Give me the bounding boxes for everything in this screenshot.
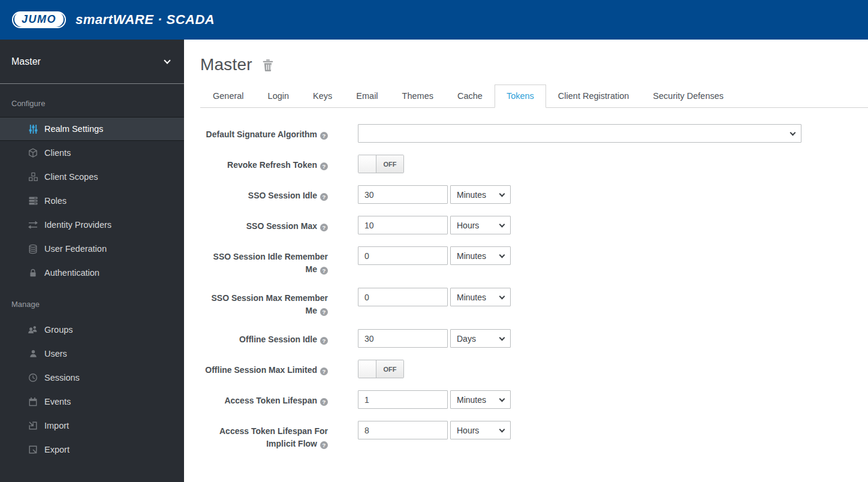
tab-login[interactable]: Login [256, 85, 301, 108]
access-token-lifespan-unit-select[interactable]: Minutes [450, 390, 511, 409]
form-row-sso-session-idle-remember-me: SSO Session Idle Remember Me?Minutes [200, 246, 868, 276]
sso-session-max-input[interactable] [358, 216, 448, 234]
tab-general[interactable]: General [201, 85, 256, 108]
chevron-down-icon [499, 426, 505, 432]
tab-themes[interactable]: Themes [390, 85, 445, 108]
page-title: Master [200, 55, 252, 74]
users-group-icon [27, 324, 39, 335]
access-token-lifespan-for-implicit-flow-unit-select[interactable]: Hours [450, 421, 511, 439]
field-control-access-token-lifespan-for-implicit-flow: Hours [358, 421, 511, 450]
sso-session-max-remember-me-unit-select[interactable]: Minutes [450, 288, 511, 306]
tab-client-registration[interactable]: Client Registration [546, 85, 641, 108]
sidebar-item-client-scopes[interactable]: Client Scopes [0, 165, 184, 189]
field-label-text: SSO Session Max Remember Me [211, 293, 328, 315]
field-label-offline-session-idle: Offline Session Idle? [200, 329, 328, 348]
help-icon[interactable]: ? [320, 367, 328, 375]
help-icon[interactable]: ? [320, 308, 328, 316]
field-control-access-token-lifespan: Minutes [358, 390, 511, 409]
sidebar-item-export[interactable]: Export [0, 438, 184, 462]
tab-security-defenses[interactable]: Security Defenses [641, 85, 736, 108]
select-value: Days [457, 334, 476, 344]
sidebar-item-clients[interactable]: Clients [0, 141, 184, 165]
field-label-text: SSO Session Idle Remember Me [213, 252, 328, 274]
cube-icon [27, 147, 39, 158]
default-signature-algorithm-select[interactable] [358, 124, 801, 143]
help-icon[interactable]: ? [320, 441, 328, 449]
revoke-refresh-token-toggle[interactable]: OFF [358, 155, 404, 173]
database-icon [27, 243, 39, 254]
chevron-down-icon [499, 293, 505, 299]
field-label-sso-session-max: SSO Session Max? [200, 216, 328, 234]
field-control-sso-session-idle-remember-me: Minutes [358, 246, 511, 276]
offline-session-idle-input[interactable] [358, 329, 448, 348]
access-token-lifespan-for-implicit-flow-input[interactable] [358, 421, 448, 439]
trash-icon [262, 59, 274, 71]
sidebar-item-label: Realm Settings [44, 124, 103, 134]
help-icon[interactable]: ? [320, 267, 328, 275]
realm-selector-label: Master [11, 56, 41, 67]
sso-session-idle-unit-select[interactable]: Minutes [450, 185, 511, 204]
sliders-icon [27, 123, 39, 134]
sidebar-item-import[interactable]: Import [0, 414, 184, 438]
sso-session-max-remember-me-input[interactable] [358, 288, 448, 306]
sidebar-item-users[interactable]: Users [0, 342, 184, 366]
sidebar-item-groups[interactable]: Groups [0, 318, 184, 342]
help-icon[interactable]: ? [320, 398, 328, 406]
sso-session-max-unit-select[interactable]: Hours [450, 216, 511, 234]
sidebar-item-identity-providers[interactable]: Identity Providers [0, 213, 184, 237]
help-icon[interactable]: ? [320, 162, 328, 170]
field-label-text: SSO Session Max [246, 221, 317, 231]
exchange-arrows-icon [27, 219, 39, 230]
sso-session-idle-remember-me-input[interactable] [358, 246, 448, 265]
toggle-state-label: OFF [376, 155, 403, 173]
offline-session-max-limited-toggle[interactable]: OFF [358, 360, 404, 378]
sso-session-idle-input[interactable] [358, 185, 448, 204]
chevron-down-icon [790, 129, 796, 135]
sidebar-item-label: Clients [44, 148, 71, 158]
access-token-lifespan-input[interactable] [358, 390, 448, 409]
chevron-down-icon [499, 396, 505, 402]
sidebar-item-label: Events [44, 397, 71, 406]
sidebar-item-user-federation[interactable]: User Federation [0, 237, 184, 261]
sidebar-section-label: Configure [0, 99, 184, 108]
select-value: Minutes [457, 395, 486, 405]
form-row-offline-session-max-limited: Offline Session Max Limited?OFF [200, 360, 868, 378]
offline-session-idle-unit-select[interactable]: Days [450, 329, 511, 348]
sidebar-item-label: Sessions [44, 373, 80, 382]
sidebar-item-sessions[interactable]: Sessions [0, 366, 184, 390]
help-icon[interactable]: ? [320, 224, 328, 231]
tab-email[interactable]: Email [344, 85, 390, 108]
sidebar-section-configure: ConfigureRealm SettingsClientsClient Sco… [0, 99, 184, 285]
sidebar-item-label: Import [44, 421, 69, 430]
sidebar-section-label: Manage [0, 300, 184, 309]
help-icon[interactable]: ? [320, 193, 328, 201]
sidebar-item-realm-settings[interactable]: Realm Settings [0, 117, 184, 141]
toggle-handle [358, 360, 376, 378]
lock-icon [27, 267, 39, 278]
tab-keys[interactable]: Keys [301, 85, 344, 108]
sidebar-item-events[interactable]: Events [0, 390, 184, 414]
field-control-default-signature-algorithm [358, 124, 801, 143]
field-label-revoke-refresh-token: Revoke Refresh Token? [200, 155, 328, 173]
field-label-text: Default Signature Algorithm [206, 129, 317, 139]
help-icon[interactable]: ? [320, 337, 328, 345]
sidebar-item-authentication[interactable]: Authentication [0, 261, 184, 285]
select-value: Hours [457, 426, 479, 435]
tokens-form: Default Signature Algorithm?Revoke Refre… [200, 124, 868, 450]
sidebar-item-roles[interactable]: Roles [0, 189, 184, 213]
sidebar-nav: ConfigureRealm SettingsClientsClient Sco… [0, 99, 184, 462]
cubes-icon [27, 171, 39, 182]
help-icon[interactable]: ? [320, 132, 328, 140]
field-label-sso-session-max-remember-me: SSO Session Max Remember Me? [200, 288, 328, 317]
select-value: Hours [457, 221, 479, 230]
chevron-down-icon [499, 191, 505, 197]
tab-cache[interactable]: Cache [445, 85, 495, 108]
delete-realm-button[interactable] [262, 59, 274, 71]
toggle-handle [358, 155, 376, 173]
realm-selector-dropdown[interactable]: Master [0, 40, 184, 84]
sso-session-idle-remember-me-unit-select[interactable]: Minutes [450, 246, 511, 265]
tab-tokens[interactable]: Tokens [495, 85, 546, 108]
realm-settings-tabs: GeneralLoginKeysEmailThemesCacheTokensCl… [200, 85, 868, 108]
jumo-logo-text: JUMO [14, 11, 64, 27]
field-label-sso-session-idle-remember-me: SSO Session Idle Remember Me? [200, 246, 328, 276]
